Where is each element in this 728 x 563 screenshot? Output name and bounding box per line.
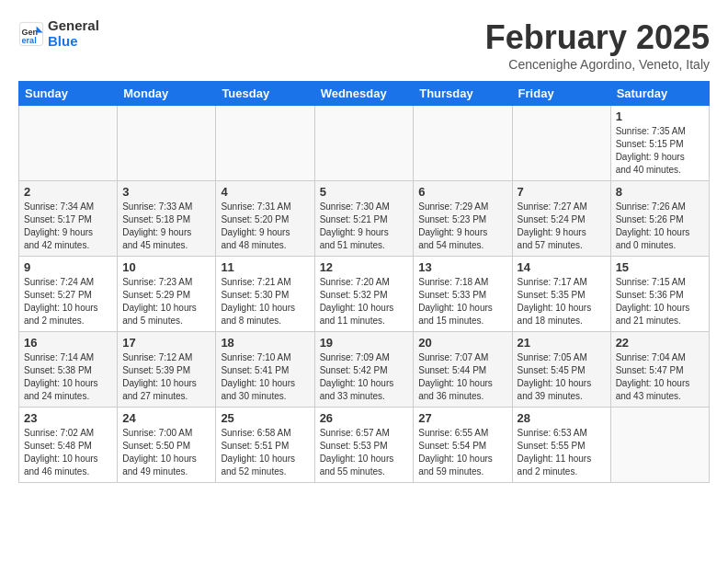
calendar-day: 17Sunrise: 7:12 AMSunset: 5:39 PMDayligh… [118, 332, 216, 408]
day-info: Sunrise: 7:17 AMSunset: 5:35 PMDaylight:… [518, 276, 606, 327]
calendar-day [414, 106, 512, 181]
header-day-saturday: Saturday [610, 82, 709, 106]
calendar-day [512, 106, 610, 181]
page-header: Gen eral General Blue February 2025 Cenc… [18, 18, 710, 72]
location: Cencenighe Agordino, Veneto, Italy [485, 57, 710, 72]
day-number: 24 [122, 411, 210, 425]
day-info: Sunrise: 7:02 AMSunset: 5:48 PMDaylight:… [24, 427, 112, 478]
logo: Gen eral General Blue [18, 18, 99, 49]
day-number: 20 [418, 336, 506, 350]
day-info: Sunrise: 7:14 AMSunset: 5:38 PMDaylight:… [24, 351, 112, 403]
day-info: Sunrise: 7:29 AMSunset: 5:23 PMDaylight:… [418, 201, 506, 252]
day-info: Sunrise: 7:20 AMSunset: 5:32 PMDaylight:… [320, 276, 409, 327]
calendar-day [118, 106, 216, 181]
calendar-day: 8Sunrise: 7:26 AMSunset: 5:26 PMDaylight… [610, 181, 709, 257]
day-info: Sunrise: 7:24 AMSunset: 5:27 PMDaylight:… [24, 276, 112, 327]
day-info: Sunrise: 7:31 AMSunset: 5:20 PMDaylight:… [221, 201, 309, 252]
calendar-day: 27Sunrise: 6:55 AMSunset: 5:54 PMDayligh… [414, 408, 512, 483]
day-info: Sunrise: 7:09 AMSunset: 5:42 PMDaylight:… [320, 351, 409, 403]
calendar-day: 22Sunrise: 7:04 AMSunset: 5:47 PMDayligh… [610, 332, 709, 408]
day-number: 26 [320, 411, 409, 425]
day-info: Sunrise: 6:58 AMSunset: 5:51 PMDaylight:… [221, 427, 309, 478]
day-info: Sunrise: 7:30 AMSunset: 5:21 PMDaylight:… [320, 201, 409, 252]
day-number: 9 [24, 260, 112, 274]
day-number: 14 [518, 260, 606, 274]
calendar-day: 14Sunrise: 7:17 AMSunset: 5:35 PMDayligh… [512, 257, 610, 332]
calendar-day: 28Sunrise: 6:53 AMSunset: 5:55 PMDayligh… [512, 408, 610, 483]
day-info: Sunrise: 7:18 AMSunset: 5:33 PMDaylight:… [418, 276, 506, 327]
calendar-day [314, 106, 414, 181]
day-number: 4 [221, 185, 309, 199]
calendar-day: 1Sunrise: 7:35 AMSunset: 5:15 PMDaylight… [610, 106, 709, 181]
calendar-week-3: 9Sunrise: 7:24 AMSunset: 5:27 PMDaylight… [19, 257, 710, 332]
day-info: Sunrise: 7:21 AMSunset: 5:30 PMDaylight:… [221, 276, 309, 327]
day-number: 25 [221, 411, 309, 425]
calendar-day: 5Sunrise: 7:30 AMSunset: 5:21 PMDaylight… [314, 181, 414, 257]
header-day-sunday: Sunday [19, 82, 118, 106]
calendar-week-2: 2Sunrise: 7:34 AMSunset: 5:17 PMDaylight… [19, 181, 710, 257]
calendar-day: 3Sunrise: 7:33 AMSunset: 5:18 PMDaylight… [118, 181, 216, 257]
header-day-tuesday: Tuesday [216, 82, 314, 106]
day-number: 17 [122, 336, 210, 350]
day-number: 19 [320, 336, 409, 350]
logo-text: General Blue [48, 18, 99, 49]
day-number: 5 [320, 185, 409, 199]
calendar-day: 21Sunrise: 7:05 AMSunset: 5:45 PMDayligh… [512, 332, 610, 408]
month-title: February 2025 [485, 18, 710, 57]
header-day-thursday: Thursday [414, 82, 512, 106]
day-number: 21 [518, 336, 606, 350]
calendar-day [610, 408, 709, 483]
calendar-week-4: 16Sunrise: 7:14 AMSunset: 5:38 PMDayligh… [19, 332, 710, 408]
day-info: Sunrise: 7:00 AMSunset: 5:50 PMDaylight:… [122, 427, 210, 478]
day-info: Sunrise: 7:10 AMSunset: 5:41 PMDaylight:… [221, 351, 309, 403]
header-day-wednesday: Wednesday [314, 82, 414, 106]
calendar-day: 26Sunrise: 6:57 AMSunset: 5:53 PMDayligh… [314, 408, 414, 483]
svg-text:eral: eral [22, 35, 37, 44]
day-info: Sunrise: 7:12 AMSunset: 5:39 PMDaylight:… [122, 351, 210, 403]
logo-icon: Gen eral [18, 21, 44, 47]
day-info: Sunrise: 7:26 AMSunset: 5:26 PMDaylight:… [616, 201, 704, 252]
day-number: 23 [24, 411, 112, 425]
day-number: 11 [221, 260, 309, 274]
day-number: 16 [24, 336, 112, 350]
calendar-day: 7Sunrise: 7:27 AMSunset: 5:24 PMDaylight… [512, 181, 610, 257]
calendar: SundayMondayTuesdayWednesdayThursdayFrid… [18, 81, 710, 483]
calendar-day: 18Sunrise: 7:10 AMSunset: 5:41 PMDayligh… [216, 332, 314, 408]
day-info: Sunrise: 7:23 AMSunset: 5:29 PMDaylight:… [122, 276, 210, 327]
calendar-header-row: SundayMondayTuesdayWednesdayThursdayFrid… [19, 82, 710, 106]
day-number: 3 [122, 185, 210, 199]
day-info: Sunrise: 7:35 AMSunset: 5:15 PMDaylight:… [616, 125, 704, 177]
header-day-friday: Friday [512, 82, 610, 106]
day-info: Sunrise: 7:34 AMSunset: 5:17 PMDaylight:… [24, 201, 112, 252]
day-info: Sunrise: 6:55 AMSunset: 5:54 PMDaylight:… [418, 427, 506, 478]
calendar-day [216, 106, 314, 181]
calendar-day: 20Sunrise: 7:07 AMSunset: 5:44 PMDayligh… [414, 332, 512, 408]
day-number: 12 [320, 260, 409, 274]
day-number: 2 [24, 185, 112, 199]
day-info: Sunrise: 7:04 AMSunset: 5:47 PMDaylight:… [616, 351, 704, 403]
day-number: 28 [518, 411, 606, 425]
day-number: 6 [418, 185, 506, 199]
day-info: Sunrise: 7:07 AMSunset: 5:44 PMDaylight:… [418, 351, 506, 403]
calendar-day: 25Sunrise: 6:58 AMSunset: 5:51 PMDayligh… [216, 408, 314, 483]
day-info: Sunrise: 7:27 AMSunset: 5:24 PMDaylight:… [518, 201, 606, 252]
day-number: 15 [616, 260, 704, 274]
header-day-monday: Monday [118, 82, 216, 106]
day-number: 10 [122, 260, 210, 274]
calendar-day [19, 106, 118, 181]
day-number: 18 [221, 336, 309, 350]
day-number: 8 [616, 185, 704, 199]
day-number: 13 [418, 260, 506, 274]
day-number: 1 [616, 109, 704, 123]
calendar-week-1: 1Sunrise: 7:35 AMSunset: 5:15 PMDaylight… [19, 106, 710, 181]
calendar-day: 23Sunrise: 7:02 AMSunset: 5:48 PMDayligh… [19, 408, 118, 483]
day-info: Sunrise: 7:05 AMSunset: 5:45 PMDaylight:… [518, 351, 606, 403]
title-block: February 2025 Cencenighe Agordino, Venet… [485, 18, 710, 72]
calendar-day: 12Sunrise: 7:20 AMSunset: 5:32 PMDayligh… [314, 257, 414, 332]
day-info: Sunrise: 6:57 AMSunset: 5:53 PMDaylight:… [320, 427, 409, 478]
calendar-day: 4Sunrise: 7:31 AMSunset: 5:20 PMDaylight… [216, 181, 314, 257]
calendar-week-5: 23Sunrise: 7:02 AMSunset: 5:48 PMDayligh… [19, 408, 710, 483]
calendar-day: 19Sunrise: 7:09 AMSunset: 5:42 PMDayligh… [314, 332, 414, 408]
day-number: 22 [616, 336, 704, 350]
day-info: Sunrise: 6:53 AMSunset: 5:55 PMDaylight:… [518, 427, 606, 478]
